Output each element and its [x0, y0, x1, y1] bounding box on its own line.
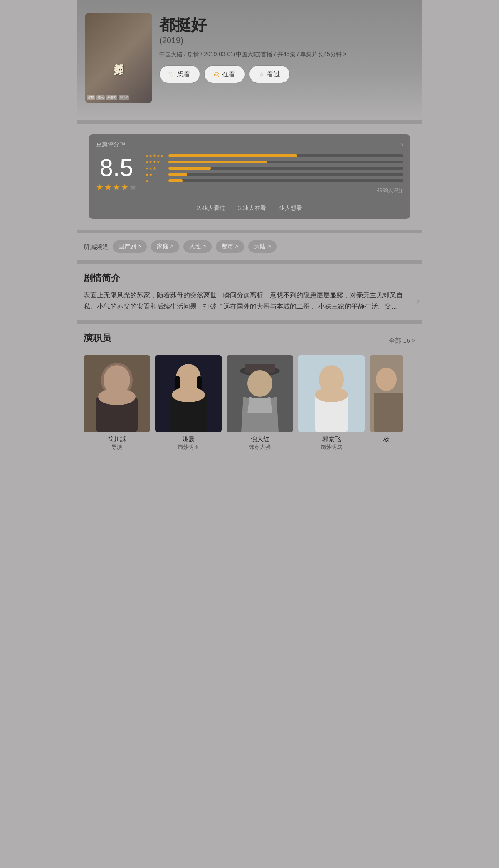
channel-tag-3[interactable]: 都市 > — [216, 240, 244, 253]
logo-youku: 优酷 — [87, 95, 95, 100]
want-label: 想看 — [177, 70, 190, 79]
cast-item-1[interactable]: 姚晨 饰苏明玉 — [155, 355, 222, 451]
channel-tag-1[interactable]: 家庭 > — [151, 240, 179, 253]
rating-wrapper: 豆瓣评分™ › 8.5 ★ ★ ★ ★ ★ ★★★★★ — [77, 125, 422, 228]
meta-info: 中国大陆 / 剧情 / 2019-03-01(中国大陆)首播 / 共45集 / … — [159, 49, 414, 59]
cast-item-0[interactable]: 简川訸 导演 — [84, 355, 150, 451]
header-section: 都挺好 优酷 腾讯 爱奇艺 CCTV 都挺好 (2019) 中国大陆 / 剧情 … — [77, 0, 422, 119]
synopsis-arrow-icon: › — [417, 297, 420, 305]
channel-tag-0[interactable]: 国产剧 > — [113, 240, 147, 253]
divider-1 — [77, 120, 422, 124]
header-content: 都挺好 优酷 腾讯 爱奇艺 CCTV 都挺好 (2019) 中国大陆 / 剧情 … — [85, 13, 414, 103]
synopsis-title: 剧情简介 — [84, 272, 415, 284]
channels-section: 所属频道 国产剧 > 家庭 > 人性 > 都市 > 大陆 > — [77, 235, 422, 259]
bar-fill-2 — [168, 173, 187, 176]
cast-photo-1 — [155, 355, 222, 432]
svg-point-19 — [315, 387, 348, 402]
logo-iqiyi: 爱奇艺 — [106, 95, 117, 100]
svg-rect-22 — [374, 393, 403, 432]
bar-stars-3: ★★★ — [145, 166, 166, 171]
cast-role-0: 导演 — [111, 443, 122, 451]
stat-watching: 3.3k人在看 — [238, 205, 266, 212]
cast-name-3: 郭京飞 — [322, 435, 341, 443]
logo-cctv: CCTV — [119, 95, 129, 100]
svg-point-15 — [247, 370, 272, 397]
bar-stars-5: ★★★★★ — [145, 153, 166, 158]
cast-role-2: 饰苏大强 — [249, 443, 271, 451]
watching-label: 在看 — [222, 70, 235, 79]
cast-photo-3 — [298, 355, 365, 432]
cast-all-button[interactable]: 全部 16 > — [389, 337, 415, 345]
logo-tencent: 腾讯 — [96, 95, 105, 100]
bar-track-2 — [168, 173, 403, 176]
rating-bars: ★★★★★ ★★★★ ★★★ — [145, 153, 403, 194]
title-year: (2019) — [159, 36, 414, 45]
cast-name-1: 姚晨 — [182, 435, 195, 443]
cast-name-0: 简川訸 — [108, 435, 126, 443]
title-area: 都挺好 (2019) 中国大陆 / 剧情 / 2019-03-01(中国大陆)首… — [159, 13, 414, 83]
stat-watched: 2.4k人看过 — [197, 205, 225, 212]
synopsis-expand[interactable]: 表面上无限风光的苏家，随着苏母的突然离世，瞬间分崩离析。意想不到的隐患层层显露，… — [84, 289, 415, 312]
channels-label: 所属频道 — [84, 243, 109, 251]
synopsis-section: 剧情简介 表面上无限风光的苏家，随着苏母的突然离世，瞬间分崩离析。意想不到的隐患… — [77, 265, 422, 319]
star-1: ★ — [96, 182, 104, 192]
star-3: ★ — [113, 182, 120, 192]
bar-fill-3 — [168, 167, 211, 170]
bar-fill-5 — [168, 154, 297, 157]
synopsis-text: 表面上无限风光的苏家，随着苏母的突然离世，瞬间分崩离析。意想不到的隐患层层显露，… — [84, 289, 415, 312]
cast-item-2[interactable]: 倪大红 饰苏大强 — [227, 355, 293, 451]
cast-name-4: 杨 — [383, 435, 390, 443]
rating-section[interactable]: 豆瓣评分™ › 8.5 ★ ★ ★ ★ ★ ★★★★★ — [89, 134, 410, 219]
bar-track-5 — [168, 154, 403, 157]
bar-fill-1 — [168, 179, 183, 182]
channel-tag-4[interactable]: 大陆 > — [248, 240, 277, 253]
action-buttons: ♡ 想看 ◎ 在看 ☆ 看过 — [159, 65, 414, 83]
svg-point-4 — [98, 388, 136, 405]
cast-photo-2 — [227, 355, 293, 432]
bar-row-3: ★★★ — [145, 166, 403, 171]
divider-2 — [77, 230, 422, 233]
star-4: ★ — [121, 182, 128, 192]
bar-row-2: ★★ — [145, 172, 403, 177]
star-5: ★ — [129, 182, 137, 192]
star-icon: ☆ — [259, 70, 264, 78]
watching-button[interactable]: ◎ 在看 — [204, 65, 245, 83]
heart-icon: ♡ — [169, 70, 175, 78]
cast-header: 演职员 全部 16 > — [84, 332, 422, 349]
watched-button[interactable]: ☆ 看过 — [249, 65, 290, 83]
circle-icon: ◎ — [214, 70, 220, 78]
cast-photo-4 — [370, 355, 403, 432]
bar-stars-2: ★★ — [145, 172, 166, 177]
rating-body: 8.5 ★ ★ ★ ★ ★ ★★★★★ ★★★★ — [96, 153, 403, 194]
cast-name-2: 倪大红 — [251, 435, 269, 443]
cast-list: 简川訸 导演 姚晨 饰苏明玉 — [84, 355, 422, 451]
want-button[interactable]: ♡ 想看 — [159, 65, 200, 83]
rating-stars: ★ ★ ★ ★ ★ — [96, 182, 137, 192]
rating-label-text: 豆瓣评分™ — [96, 141, 125, 148]
bar-row-1: ★ — [145, 178, 403, 183]
bar-row-5: ★★★★★ — [145, 153, 403, 158]
poster-logos: 优酷 腾讯 爱奇艺 CCTV — [87, 95, 150, 100]
cast-section: 演职员 全部 16 > 简川訸 导演 — [77, 325, 422, 457]
cast-role-1: 饰苏明玉 — [178, 443, 199, 451]
cast-role-3: 饰苏明成 — [321, 443, 342, 451]
watched-label: 看过 — [267, 70, 280, 79]
rating-number: 8.5 — [100, 156, 133, 180]
cast-item-4[interactable]: 杨 — [370, 355, 403, 451]
poster-title: 都挺好 — [112, 56, 125, 61]
poster: 都挺好 优酷 腾讯 爱奇艺 CCTV — [85, 13, 152, 103]
bar-stars-1: ★ — [145, 178, 166, 183]
svg-point-21 — [376, 368, 397, 391]
cast-item-3[interactable]: 郭京飞 饰苏明成 — [298, 355, 365, 451]
divider-4 — [77, 320, 422, 324]
channel-tag-2[interactable]: 人性 > — [183, 240, 212, 253]
bar-stars-4: ★★★★ — [145, 160, 166, 164]
cast-photo-0 — [84, 355, 150, 432]
poster-image: 都挺好 — [85, 13, 152, 103]
rating-score-area: 8.5 ★ ★ ★ ★ ★ — [96, 156, 137, 192]
rating-chevron: › — [401, 141, 403, 148]
bar-fill-4 — [168, 161, 267, 163]
title-main: 都挺好 — [159, 17, 414, 34]
cast-title: 演职员 — [84, 332, 111, 344]
star-2: ★ — [104, 182, 112, 192]
